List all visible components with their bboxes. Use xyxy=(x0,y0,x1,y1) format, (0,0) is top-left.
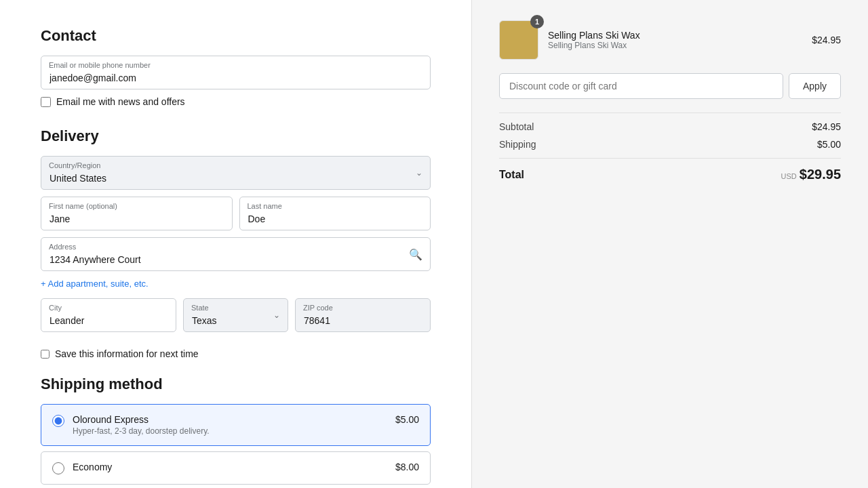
summary-divider xyxy=(499,113,841,113)
first-name-wrapper: First name (optional) xyxy=(41,197,233,230)
apply-button[interactable]: Apply xyxy=(789,73,841,99)
shipping-option-economy-price: $8.00 xyxy=(395,462,419,472)
state-wrapper: State Texas ⌄ xyxy=(183,298,288,332)
shipping-option-economy[interactable]: Economy $8.00 xyxy=(41,451,431,485)
total-label: Total xyxy=(499,169,524,181)
left-panel: Contact Email or mobile phone number Ema… xyxy=(0,0,471,488)
shipping-option-economy-name: Economy xyxy=(73,462,387,472)
delivery-section: Delivery Country/Region United States ⌄ … xyxy=(41,127,431,359)
shipping-label: Shipping xyxy=(499,139,536,150)
product-image-wrapper: 1 xyxy=(499,20,538,60)
total-currency: USD xyxy=(781,172,797,180)
subtotal-value: $24.95 xyxy=(812,121,841,132)
shipping-title: Shipping method xyxy=(41,375,431,393)
total-row: Total USD $29.95 xyxy=(499,167,841,182)
subtotal-label: Subtotal xyxy=(499,121,534,132)
total-value-wrapper: USD $29.95 xyxy=(781,167,841,182)
newsletter-row: Email me with news and offers xyxy=(41,96,431,107)
newsletter-checkbox[interactable] xyxy=(41,97,51,107)
first-name-field[interactable] xyxy=(41,197,233,230)
city-state-zip-row: City State Texas ⌄ ZIP code xyxy=(41,298,431,339)
city-field[interactable] xyxy=(41,298,176,332)
shipping-radio-economy[interactable] xyxy=(52,462,64,474)
save-info-label: Save this information for next time xyxy=(55,348,199,359)
total-amount: $29.95 xyxy=(800,167,841,182)
shipping-option-express-content: Oloround Express Hyper-fast, 2-3 day, do… xyxy=(73,414,387,436)
product-price: $24.95 xyxy=(812,35,841,45)
shipping-option-express-name: Oloround Express xyxy=(73,414,387,425)
total-divider xyxy=(499,158,841,159)
state-select[interactable]: Texas xyxy=(183,298,288,332)
product-subname: Selling Plans Ski Wax xyxy=(548,41,802,50)
delivery-title: Delivery xyxy=(41,127,431,145)
email-field[interactable] xyxy=(41,56,431,89)
discount-input[interactable] xyxy=(499,73,783,99)
address-wrapper: Address 🔍 xyxy=(41,237,431,271)
name-row: First name (optional) Last name xyxy=(41,197,431,230)
country-select[interactable]: United States xyxy=(41,156,431,190)
shipping-row: Shipping $5.00 xyxy=(499,139,841,150)
last-name-field[interactable] xyxy=(239,197,431,230)
product-info: Selling Plans Ski Wax Selling Plans Ski … xyxy=(548,30,802,50)
product-item: 1 Selling Plans Ski Wax Selling Plans Sk… xyxy=(499,20,841,60)
discount-row: Apply xyxy=(499,73,841,99)
shipping-value: $5.00 xyxy=(817,139,841,150)
shipping-option-express-price: $5.00 xyxy=(395,414,419,425)
last-name-wrapper: Last name xyxy=(239,197,431,230)
product-badge: 1 xyxy=(530,15,544,28)
save-info-checkbox[interactable] xyxy=(41,350,50,359)
subtotal-row: Subtotal $24.95 xyxy=(499,121,841,132)
shipping-option-express-desc: Hyper-fast, 2-3 day, doorstep delivery. xyxy=(73,426,387,436)
zip-field[interactable] xyxy=(295,298,431,332)
address-field[interactable] xyxy=(41,237,431,271)
contact-title: Contact xyxy=(41,27,431,45)
save-info-row: Save this information for next time xyxy=(41,348,431,359)
newsletter-label: Email me with news and offers xyxy=(56,96,185,107)
shipping-option-express[interactable]: Oloround Express Hyper-fast, 2-3 day, do… xyxy=(41,404,431,446)
shipping-option-economy-content: Economy xyxy=(73,462,387,472)
contact-section: Contact Email or mobile phone number Ema… xyxy=(41,27,431,107)
shipping-radio-express[interactable] xyxy=(52,415,64,427)
product-name: Selling Plans Ski Wax xyxy=(548,30,802,41)
add-apartment-link[interactable]: + Add apartment, suite, etc. xyxy=(41,279,149,289)
shipping-section: Shipping method Oloround Express Hyper-f… xyxy=(41,375,431,488)
right-panel: 1 Selling Plans Ski Wax Selling Plans Sk… xyxy=(471,0,868,488)
city-wrapper: City xyxy=(41,298,176,332)
country-wrapper: Country/Region United States ⌄ xyxy=(41,156,431,190)
email-wrapper: Email or mobile phone number xyxy=(41,56,431,89)
zip-wrapper: ZIP code xyxy=(295,298,431,332)
